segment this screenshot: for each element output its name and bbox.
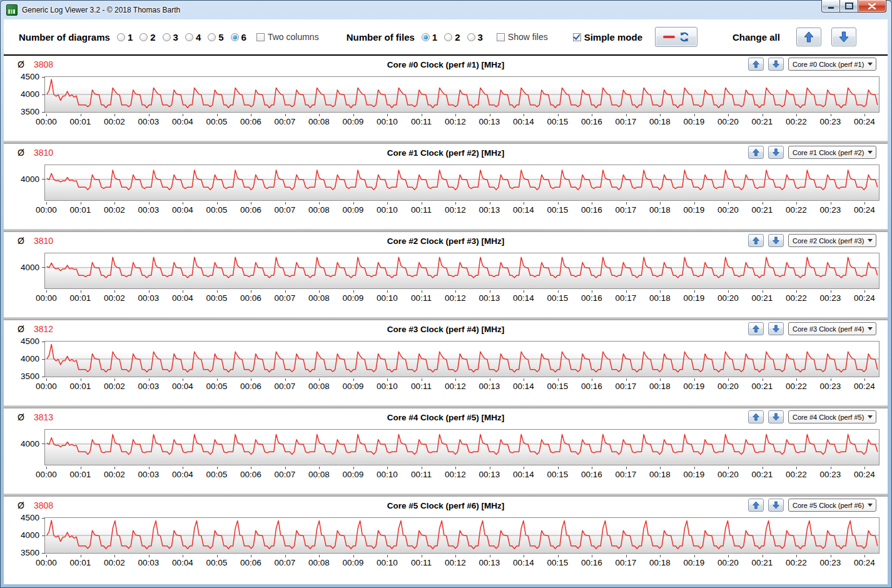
x-axis-tick (728, 202, 729, 205)
radio-icon[interactable] (117, 33, 125, 41)
x-axis-tick (285, 555, 286, 557)
change-all-up-button[interactable] (796, 28, 821, 46)
x-axis-label: 00:02 (100, 117, 129, 126)
signal-select-dropdown[interactable]: Core #2 Clock (perf #3) [M (788, 234, 876, 247)
x-axis-label: 00:02 (100, 382, 129, 391)
diagrams-radio-2[interactable]: 2 (139, 32, 155, 43)
signal-select-dropdown[interactable]: Core #4 Clock (perf #5) [M (788, 410, 876, 423)
chart-plot[interactable]: 4000 (44, 165, 879, 201)
radio-selected-icon[interactable] (231, 33, 239, 41)
x-axis-tick (524, 290, 524, 293)
files-radio-1[interactable]: 1 (422, 32, 437, 43)
minimize-button[interactable] (821, 0, 840, 13)
radio-icon[interactable] (444, 33, 452, 41)
radio-icon[interactable] (208, 33, 216, 41)
panel-move-down-button[interactable] (768, 499, 784, 512)
chart-plot[interactable]: 4000 (44, 253, 879, 289)
diagrams-radio-6[interactable]: 6 (231, 32, 246, 43)
line-style-refresh-button[interactable] (655, 27, 697, 47)
x-axis-label: 00:18 (646, 205, 674, 215)
x-axis-label: 00:21 (748, 558, 777, 567)
x-axis-tick (251, 290, 251, 293)
change-all-label: Change all (732, 32, 780, 43)
x-axis-label: 00:11 (407, 558, 436, 567)
x-axis: 00:0000:0100:0200:0300:0400:0500:0600:07… (44, 290, 879, 306)
x-axis-label: 00:06 (236, 382, 265, 391)
radio-icon[interactable] (139, 33, 148, 41)
x-axis-tick (831, 114, 831, 116)
x-axis-label: 00:05 (203, 382, 231, 391)
radio-selected-icon[interactable] (422, 33, 430, 41)
two-columns-checkbox[interactable]: Two columns (256, 32, 319, 42)
x-axis-tick (558, 114, 559, 116)
panel-move-up-button[interactable] (748, 234, 764, 247)
close-button[interactable] (858, 0, 886, 13)
average-value: 3808 (34, 59, 53, 69)
change-all-down-button[interactable] (831, 28, 856, 46)
chart-plot[interactable]: 450040003500 (44, 76, 879, 113)
chart-plot[interactable]: 450040003500 (44, 341, 879, 377)
up-arrow-icon (753, 325, 759, 333)
signal-select-dropdown[interactable]: Core #3 Clock (perf #4) [M (788, 322, 876, 335)
maximize-button[interactable] (840, 0, 858, 13)
diagrams-radio-5[interactable]: 5 (208, 32, 223, 43)
x-axis-label: 00:00 (32, 470, 61, 479)
x-axis-tick (660, 378, 661, 381)
x-axis-tick (149, 290, 150, 293)
radio-icon[interactable] (185, 33, 193, 41)
x-axis-label: 00:10 (373, 382, 402, 391)
signal-select-dropdown[interactable]: Core #0 Clock (perf #1) [M (788, 58, 876, 71)
panel-move-down-button[interactable] (768, 234, 784, 247)
checkbox-icon[interactable] (497, 33, 505, 41)
chevron-down-icon (868, 63, 873, 66)
x-axis-label: 00:16 (577, 558, 606, 567)
radio-icon[interactable] (467, 33, 475, 41)
chart-area: 4000 (44, 253, 879, 289)
x-axis-label: 00:16 (577, 205, 606, 215)
chart-area: 450040003500 (44, 76, 879, 113)
x-axis-tick (694, 467, 695, 469)
panel-move-up-button[interactable] (748, 499, 764, 512)
checkbox-icon[interactable] (256, 33, 265, 41)
x-axis-label: 00:21 (748, 382, 777, 391)
panel-move-down-button[interactable] (768, 58, 784, 71)
x-axis-label: 00:12 (441, 117, 470, 126)
y-axis-label: 4000 (9, 440, 39, 449)
signal-select-dropdown[interactable]: Core #1 Clock (perf #2) [M (788, 146, 876, 159)
panel-move-up-button[interactable] (748, 322, 764, 335)
files-radio-2[interactable]: 2 (444, 32, 460, 43)
diagrams-radio-4[interactable]: 4 (185, 32, 201, 43)
chart-plot[interactable]: 450040003500 (44, 517, 879, 554)
average-readout: Ø3810 (18, 148, 53, 158)
titlebar[interactable]: Generic Log Viewer 3.2 - © 2018 Thomas B… (1, 1, 891, 19)
panel-move-up-button[interactable] (748, 146, 764, 159)
diagrams-radio-3[interactable]: 3 (163, 32, 178, 43)
x-axis-tick (81, 467, 81, 469)
x-axis-label: 00:02 (100, 558, 129, 567)
checkbox-checked-icon[interactable] (573, 33, 581, 41)
x-axis-label: 00:13 (475, 293, 504, 303)
panel-move-down-button[interactable] (768, 322, 784, 335)
diagram-panel: Ø3808 Core #5 Clock (perf #6) [MHz] Core… (4, 497, 888, 582)
x-axis-label: 00:22 (782, 293, 811, 303)
x-axis-tick (319, 114, 320, 116)
x-axis-tick (387, 290, 388, 293)
show-files-checkbox[interactable]: Show files (497, 32, 548, 42)
simple-mode-checkbox[interactable]: Simple mode (573, 32, 642, 43)
signal-select-dropdown[interactable]: Core #5 Clock (perf #6) [M (788, 499, 876, 512)
radio-icon[interactable] (163, 33, 171, 41)
files-radio-3[interactable]: 3 (467, 32, 483, 43)
diagrams-radio-1[interactable]: 1 (117, 32, 133, 43)
panel-move-up-button[interactable] (748, 410, 764, 423)
panel-move-up-button[interactable] (748, 58, 764, 71)
down-arrow-icon (773, 236, 779, 245)
average-symbol: Ø (18, 324, 24, 334)
x-axis-label: 00:07 (271, 117, 300, 126)
panel-move-down-button[interactable] (768, 410, 784, 423)
x-axis-tick (114, 290, 115, 293)
panel-move-down-button[interactable] (768, 146, 784, 159)
panel-controls: Core #2 Clock (perf #3) [M (748, 234, 876, 247)
panel-controls: Core #3 Clock (perf #4) [M (748, 322, 876, 335)
chart-plot[interactable]: 4000 (44, 429, 879, 465)
x-axis-tick (422, 467, 422, 469)
